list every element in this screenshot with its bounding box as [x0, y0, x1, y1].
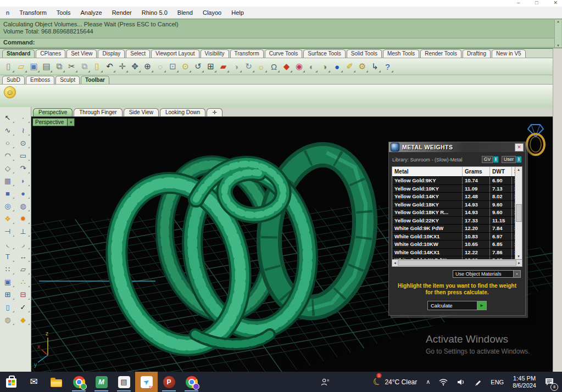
chrome-taskbar-button[interactable] — [68, 372, 90, 392]
clipboard-tool-icon[interactable]: ▯ — [2, 303, 14, 312]
menu-item-rhino[interactable]: Rhino 5.0 — [137, 9, 173, 16]
zoom-in-icon[interactable]: ⊕ — [141, 60, 154, 73]
rotate-view-icon[interactable]: ✥ — [129, 60, 141, 73]
notes-pencil-icon[interactable]: ✐ — [343, 60, 356, 73]
render-shield-icon[interactable]: ◆ — [280, 60, 293, 73]
new-file-icon[interactable]: ▯ — [2, 60, 15, 73]
zoom-selected-icon[interactable]: ⊙ — [179, 60, 192, 73]
gv-switch[interactable]: I — [493, 156, 499, 163]
wifi-button[interactable] — [435, 372, 452, 392]
lock-icon[interactable]: Ω — [268, 60, 280, 73]
split-icon[interactable]: ⊥ — [17, 227, 29, 236]
layer-grid-icon[interactable]: ⊞ — [2, 290, 14, 299]
metal-row[interactable]: White Gold:10KW 10.65 6.85 10.99 — [392, 240, 522, 248]
scroll-down-icon[interactable]: ▼ — [557, 44, 560, 47]
viewport-title-dropdown[interactable]: Perspective ▼ — [32, 118, 75, 126]
rectangle-icon[interactable]: ▭ — [17, 152, 29, 160]
panel-close-icon[interactable]: ✕ — [515, 143, 524, 152]
pointer-icon[interactable]: ↖ — [2, 114, 14, 122]
panel-tab-emboss[interactable]: Emboss — [26, 76, 54, 84]
toolbar-tab-cplanes[interactable]: CPlanes — [36, 49, 65, 58]
point-icon[interactable]: ∙ — [17, 114, 29, 122]
surface-patch-icon[interactable]: ▦ — [2, 177, 14, 186]
menu-item-analyze[interactable]: Analyze — [76, 9, 107, 16]
fillet-icon[interactable]: ◟ — [2, 240, 14, 249]
user-toggle[interactable]: User I — [502, 156, 522, 163]
boolean-union-icon[interactable]: ❖ — [2, 215, 14, 223]
weather-widget[interactable]: ☾1 24°C Clear — [369, 372, 421, 392]
pan-hand-icon[interactable]: ✛ — [116, 60, 129, 73]
copy-icon[interactable]: ⧉ — [78, 60, 91, 73]
explode-icon[interactable]: ✹ — [17, 215, 29, 223]
action-center-button[interactable]: 8 — [541, 372, 560, 392]
toolbar-tab-render-tools[interactable]: Render Tools — [420, 49, 461, 58]
metal-row[interactable]: Yellow Gold:22KY 17.33 11.15 17.89 — [392, 216, 522, 225]
dropdown-button-icon[interactable]: • — [513, 271, 520, 277]
polyline-icon[interactable]: ∿ — [2, 126, 14, 135]
menu-item-tools[interactable]: Tools — [52, 9, 76, 16]
metal-row[interactable]: Yellow Gold:18KY R... 14.93 9.60 15.41 — [392, 208, 522, 216]
maximize-button[interactable]: □ — [535, 0, 538, 6]
user-switch[interactable]: I — [516, 156, 522, 163]
solid-box-icon[interactable]: ■ — [2, 189, 14, 198]
check-selection-icon[interactable]: ✓ — [17, 303, 29, 312]
render-car-icon[interactable]: ▰ — [217, 60, 230, 73]
close-button[interactable]: ✕ — [553, 0, 558, 6]
menu-item-help[interactable]: Help — [226, 9, 249, 16]
calculate-button[interactable]: Calculate ► — [427, 301, 487, 310]
viewport-tab-through-finger[interactable]: Through Finger — [74, 108, 122, 116]
explorer-taskbar-button[interactable] — [45, 372, 68, 392]
menu-item-blend[interactable]: Blend — [173, 9, 198, 16]
toolbar-tab-mesh-tools[interactable]: Mesh Tools — [383, 49, 419, 58]
metal-weights-header[interactable]: METAL WEIGHTS ✕ — [389, 142, 525, 152]
viewport-tab-perspective[interactable]: Perspective — [33, 108, 73, 116]
toolbar-tab-select[interactable]: Select — [126, 49, 150, 58]
scroll-thumb[interactable] — [516, 204, 522, 222]
paste-icon[interactable]: ▯ — [91, 60, 103, 73]
toolbar-tab-transform[interactable]: Transform — [230, 49, 264, 58]
arc-icon[interactable]: ◠ — [2, 152, 14, 160]
scroll-thumb[interactable] — [398, 260, 516, 266]
metal-table[interactable]: Metal Grams DWT SPG Yellow Gold:9KY 10.7… — [392, 166, 522, 260]
viewport-layout-icon[interactable]: ⊞ — [204, 60, 217, 73]
matrix-taskbar-button[interactable]: M — [90, 372, 113, 392]
metal-row[interactable]: White Gold:9K PdW 12.20 7.84 12.59 — [392, 224, 522, 232]
metal-row[interactable]: Yellow Gold:10KY 11.09 7.13 11.45 — [392, 184, 522, 193]
panel-tab-sculpt[interactable]: Sculpt — [55, 76, 80, 84]
panel-tab-subd[interactable]: SubD — [2, 76, 25, 84]
solid-sphere-icon[interactable]: ● — [17, 189, 29, 198]
pen-button[interactable] — [470, 372, 486, 392]
circle-icon[interactable]: ○ — [2, 139, 14, 148]
control-curve-icon[interactable]: ≀ — [17, 126, 29, 135]
toolbar-tab-solid-tools[interactable]: Solid Tools — [347, 49, 382, 58]
command-area[interactable]: Calculating Object Volumes... Please Wai… — [0, 19, 562, 49]
solid-edit-icon[interactable]: ▣ — [2, 278, 14, 287]
help-icon[interactable]: ? — [381, 60, 394, 73]
toolbar-tab-standard[interactable]: Standard — [2, 49, 35, 58]
zoom-window-icon[interactable]: ⊡ — [166, 60, 179, 73]
viewport-tab-add[interactable]: ✛ — [207, 108, 222, 116]
cut-icon[interactable]: ✂ — [65, 60, 78, 73]
gv-toggle[interactable]: GV I — [482, 156, 499, 163]
toolbar-tab-display[interactable]: Display — [98, 49, 125, 58]
messenger-taskbar-button[interactable]: ➤ 24 — [135, 372, 158, 392]
psiphon-taskbar-button[interactable]: P — [158, 372, 180, 392]
tray-expand-button[interactable]: ∧ — [421, 372, 435, 392]
toolbar-tab-visibility[interactable]: Visibility — [201, 49, 229, 58]
chrome-profile-taskbar-button[interactable] — [180, 372, 203, 392]
color-wheel-icon[interactable]: ◉ — [293, 60, 305, 73]
history-icon[interactable]: ↳ — [369, 60, 381, 73]
menu-item-clayoo[interactable]: Clayoo — [198, 9, 226, 16]
print-icon[interactable]: ▤ — [40, 60, 53, 73]
sphere-ghosted-icon[interactable]: ◑ — [318, 60, 331, 73]
printer-taskbar-button[interactable]: ▤ — [113, 372, 135, 392]
metal-row[interactable]: White Gold:14KX1 12.22 7.86 12.61 — [392, 248, 522, 256]
command-prompt[interactable]: Command: — [0, 38, 554, 47]
zoom-extents-icon[interactable]: ↺ — [192, 60, 204, 73]
materials-dropdown[interactable]: Use Object Materials • — [453, 270, 521, 278]
sphere-shaded-icon[interactable]: ◐ — [305, 60, 318, 73]
metal-row[interactable]: White Gold:14K PdW 13.92 8.95 14.37 — [392, 256, 522, 260]
scroll-down-icon[interactable]: ▼ — [517, 255, 520, 258]
clock-widget[interactable]: 1:45 PM 8/6/2024 — [508, 375, 541, 389]
table-horizontal-scrollbar[interactable]: ◄ ► — [392, 260, 522, 267]
